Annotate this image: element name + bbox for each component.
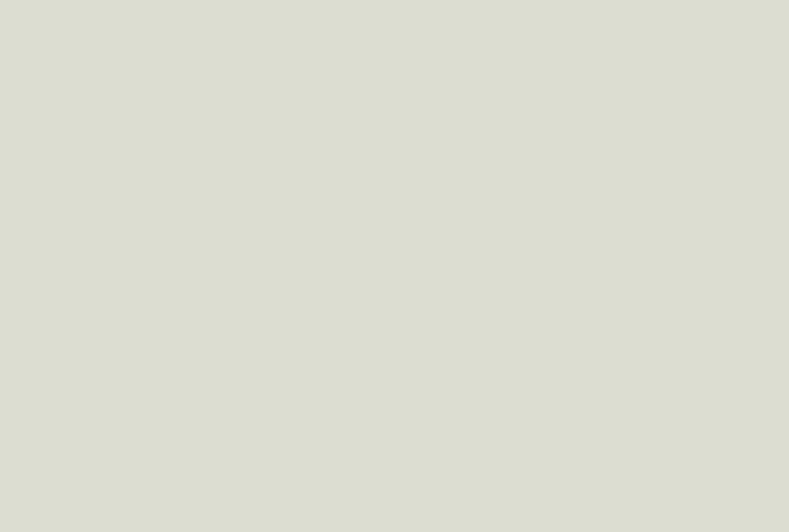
- schematic-page: [0, 0, 789, 532]
- schematic-canvas[interactable]: [0, 0, 789, 532]
